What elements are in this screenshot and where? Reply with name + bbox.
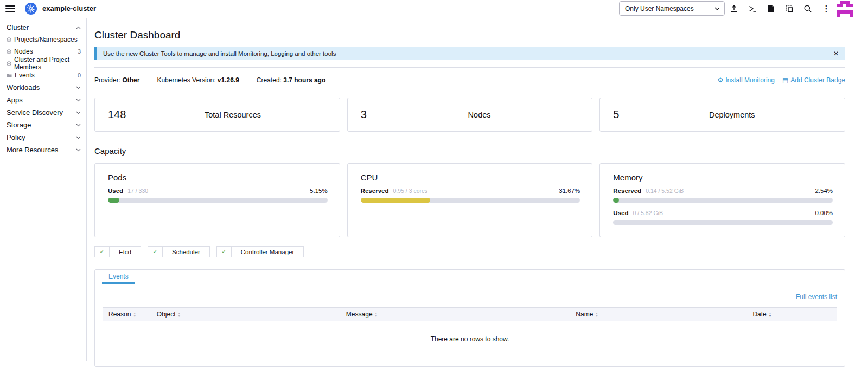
add-cluster-badge-link[interactable]: ▤Add Cluster Badge xyxy=(782,76,845,84)
stat-card-nodes[interactable]: 3 Nodes xyxy=(347,98,593,132)
sidebar-group-label: Workloads xyxy=(7,83,40,92)
capacity-cards-row: Pods Used 17 / 330 5.15% CPU Reserved 0.… xyxy=(94,163,845,237)
events-section: Events Full events list Reason▲▼ Object▲… xyxy=(94,269,845,367)
status-badge-etcd: ✓ Etcd xyxy=(94,246,141,257)
item-count: 3 xyxy=(78,48,81,55)
close-icon[interactable]: ✕ xyxy=(833,50,839,57)
sidebar-group-cluster[interactable]: Cluster xyxy=(0,21,86,34)
hamburger-menu-icon[interactable] xyxy=(5,5,15,12)
sort-icon: ▲▼ xyxy=(769,312,771,317)
stat-value: 3 xyxy=(348,108,367,121)
sidebar-group-more-resources[interactable]: More Resources xyxy=(0,144,86,156)
chevron-down-icon xyxy=(76,99,81,102)
stat-label: Total Resources xyxy=(126,111,339,119)
top-bar: example-cluster Only User Namespaces ⋮ xyxy=(0,0,868,17)
gauge-percent: 0.00% xyxy=(815,210,833,216)
sort-icon: ▲▼ xyxy=(595,312,598,317)
full-events-list-link[interactable]: Full events list xyxy=(796,293,837,301)
chevron-down-icon xyxy=(714,7,720,10)
namespace-filter-value: Only User Namespaces xyxy=(625,5,694,12)
check-icon: ✓ xyxy=(95,247,110,257)
stat-cards-row: 148 Total Resources 3 Nodes 5 Deployment… xyxy=(94,98,845,132)
stat-card-deployments[interactable]: 5 Deployments xyxy=(599,98,845,132)
events-tab-bar: Events xyxy=(95,270,845,284)
sidebar-group-workloads[interactable]: Workloads xyxy=(0,81,86,94)
sort-icon: ▲▼ xyxy=(133,312,136,317)
upload-icon xyxy=(730,4,738,13)
kebab-menu-button[interactable]: ⋮ xyxy=(817,1,835,16)
main-content: Cluster Dashboard Use the new Cluster To… xyxy=(87,18,868,369)
capacity-card-cpu: CPU Reserved 0.95 / 3 cores 31.67% xyxy=(347,163,593,237)
sidebar-item-projects-namespaces[interactable]: Projects/Namespaces xyxy=(0,34,86,46)
kubernetes-logo-icon xyxy=(25,3,37,15)
sidebar-item-events[interactable]: Events 0 xyxy=(0,69,86,81)
gear-icon: ⚙ xyxy=(717,76,723,84)
stat-card-total-resources[interactable]: 148 Total Resources xyxy=(94,98,340,132)
events-table-header-row: Reason▲▼ Object▲▼ Message▲▼ Name▲▼ Date▲… xyxy=(103,308,837,321)
sort-icon: ▲▼ xyxy=(375,312,378,317)
created-info: Created: 3.7 hours ago xyxy=(257,76,326,84)
sidebar-group-label: Service Discovery xyxy=(7,108,63,116)
column-header-object[interactable]: Object▲▼ xyxy=(151,308,341,321)
install-monitoring-link[interactable]: ⚙Install Monitoring xyxy=(717,76,774,84)
chevron-down-icon xyxy=(76,124,81,127)
pods-used-bar xyxy=(108,198,328,203)
node-icon xyxy=(7,49,11,54)
sidebar-item-label: Cluster and Project Members xyxy=(14,56,81,71)
kubectl-shell-button[interactable] xyxy=(743,1,762,16)
file-icon xyxy=(767,4,775,13)
divider xyxy=(94,67,845,68)
sidebar-group-label: Cluster xyxy=(7,23,29,31)
sidebar-group-apps[interactable]: Apps xyxy=(0,94,86,106)
chevron-down-icon xyxy=(76,136,81,139)
capacity-card-pods: Pods Used 17 / 330 5.15% xyxy=(94,163,340,237)
card-title: CPU xyxy=(361,173,580,182)
sidebar-group-label: Apps xyxy=(7,96,23,104)
badge-label: Etcd xyxy=(110,247,141,257)
search-button[interactable] xyxy=(799,1,817,16)
gauge-label: Used xyxy=(613,210,628,216)
sidebar-group-service-discovery[interactable]: Service Discovery xyxy=(0,106,86,119)
sidebar-group-label: Policy xyxy=(7,133,25,141)
folder-icon xyxy=(7,73,12,77)
sidebar: Cluster Projects/Namespaces Nodes 3 Clus… xyxy=(0,18,87,361)
cluster-name: example-cluster xyxy=(42,4,96,12)
cluster-meta-row: Provider: Other Kubernetes Version: v1.2… xyxy=(94,76,845,84)
sidebar-item-label: Projects/Namespaces xyxy=(14,36,78,43)
import-yaml-button[interactable] xyxy=(725,1,743,16)
check-icon: ✓ xyxy=(217,247,232,257)
sidebar-group-policy[interactable]: Policy xyxy=(0,131,86,144)
gauge-label: Reserved xyxy=(613,187,641,194)
copy-kubeconfig-button[interactable] xyxy=(780,1,799,16)
item-count: 0 xyxy=(78,72,81,79)
column-header-reason[interactable]: Reason▲▼ xyxy=(103,308,151,321)
tab-events[interactable]: Events xyxy=(102,270,135,284)
column-header-name[interactable]: Name▲▼ xyxy=(570,308,747,321)
cpu-reserved-bar xyxy=(361,198,580,203)
chevron-down-icon xyxy=(76,86,81,89)
page-title: Cluster Dashboard xyxy=(94,29,845,41)
component-status-row: ✓ Etcd ✓ Scheduler ✓ Controller Manager xyxy=(94,246,845,257)
gauge-fraction: 17 / 330 xyxy=(127,187,148,194)
stat-value: 148 xyxy=(95,108,126,121)
gauge-fraction: 0.14 / 5.52 GiB xyxy=(646,187,684,194)
empty-state-text: There are no rows to show. xyxy=(103,321,837,357)
chevron-up-icon xyxy=(76,26,81,29)
download-kubeconfig-button[interactable] xyxy=(762,1,780,16)
stat-label: Deployments xyxy=(619,111,845,119)
terminal-icon xyxy=(748,4,757,13)
search-icon xyxy=(803,4,812,13)
user-avatar[interactable] xyxy=(837,1,853,17)
namespace-icon xyxy=(7,37,11,42)
provider-info: Provider: Other xyxy=(94,76,139,84)
status-badge-controller-manager: ✓ Controller Manager xyxy=(216,246,304,257)
sidebar-item-cluster-members[interactable]: Cluster and Project Members xyxy=(0,57,86,69)
column-header-message[interactable]: Message▲▼ xyxy=(341,308,570,321)
sidebar-group-label: More Resources xyxy=(7,146,58,154)
gauge-percent: 2.54% xyxy=(815,187,833,194)
sidebar-group-storage[interactable]: Storage xyxy=(0,119,86,131)
banner-text: Use the new Cluster Tools to manage and … xyxy=(103,50,336,57)
sidebar-group-label: Storage xyxy=(7,121,31,129)
column-header-date[interactable]: Date▲▼ xyxy=(747,308,837,321)
namespace-filter-select[interactable]: Only User Namespaces xyxy=(619,1,725,16)
